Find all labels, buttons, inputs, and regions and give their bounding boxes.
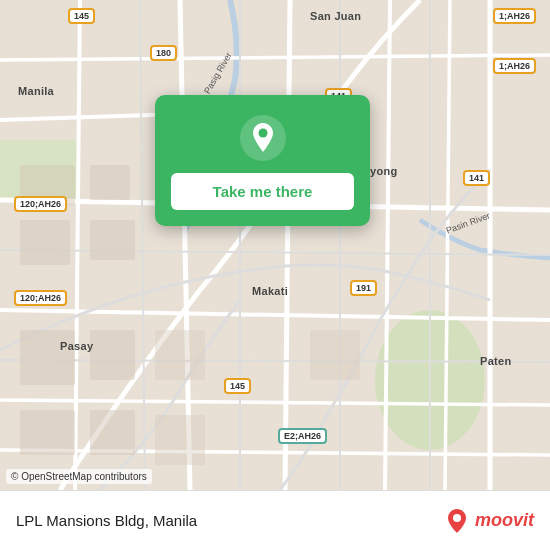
card-popup: Take me there	[155, 95, 370, 226]
svg-rect-23	[20, 220, 70, 265]
city-label-yong: yong	[370, 165, 397, 177]
map-container: Manila Pasay San Juan Makati yong Paten …	[0, 0, 550, 490]
road-badge-e2ah26: E2;AH26	[278, 428, 327, 444]
location-pin-icon	[240, 115, 286, 161]
svg-rect-28	[90, 410, 135, 455]
road-badge-1ah26-2: 1;AH26	[493, 58, 536, 74]
moovit-pin-icon	[443, 507, 471, 535]
svg-point-34	[453, 514, 461, 522]
svg-rect-22	[90, 165, 130, 200]
road-badge-191: 191	[350, 280, 377, 296]
svg-rect-25	[20, 330, 75, 385]
svg-point-33	[258, 129, 267, 138]
moovit-logo: moovit	[443, 507, 534, 535]
road-badge-1ah26-1: 1;AH26	[493, 8, 536, 24]
city-label-pasay: Pasay	[60, 340, 93, 352]
city-label-manila: Manila	[18, 85, 54, 97]
svg-rect-26	[90, 330, 135, 380]
city-label-makati: Makati	[252, 285, 288, 297]
svg-rect-31	[310, 330, 360, 380]
road-badge-120ah26-1: 120;AH26	[14, 196, 67, 212]
svg-rect-29	[155, 330, 205, 380]
location-name: LPL Mansions Bldg, Manila	[16, 512, 197, 529]
road-badge-120ah26-2: 120;AH26	[14, 290, 67, 306]
svg-rect-27	[20, 410, 75, 455]
moovit-brand-text: moovit	[475, 510, 534, 531]
svg-rect-30	[155, 415, 205, 465]
take-me-there-button[interactable]: Take me there	[171, 173, 354, 210]
osm-attribution: © OpenStreetMap contributors	[6, 469, 152, 484]
road-badge-180: 180	[150, 45, 177, 61]
bottom-bar: LPL Mansions Bldg, Manila moovit	[0, 490, 550, 550]
city-label-sanjuan: San Juan	[310, 10, 361, 22]
road-badge-145-top: 145	[68, 8, 95, 24]
svg-rect-24	[90, 220, 135, 260]
road-badge-145-bottom: 145	[224, 378, 251, 394]
city-label-paten: Paten	[480, 355, 511, 367]
road-badge-141-right: 141	[463, 170, 490, 186]
